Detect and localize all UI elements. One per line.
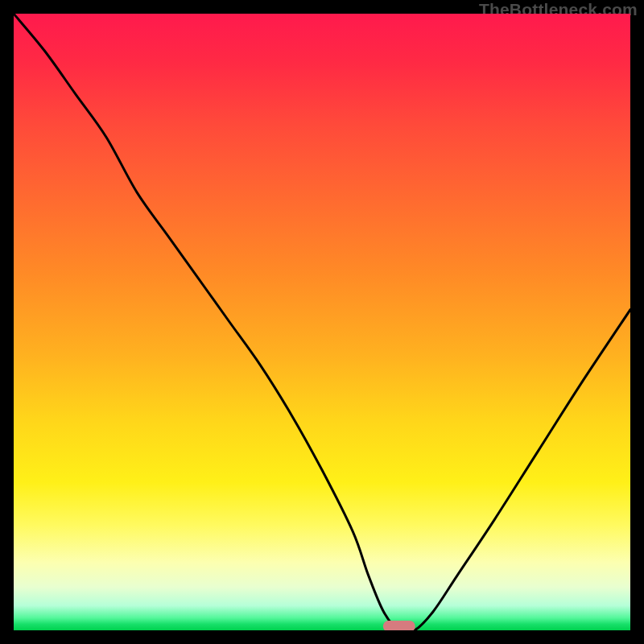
- optimal-marker: [383, 621, 415, 630]
- curve-layer: [14, 14, 630, 630]
- bottleneck-curve-path: [14, 14, 630, 630]
- bottleneck-chart: TheBottleneck.com: [0, 0, 644, 644]
- plot-area: [14, 14, 630, 630]
